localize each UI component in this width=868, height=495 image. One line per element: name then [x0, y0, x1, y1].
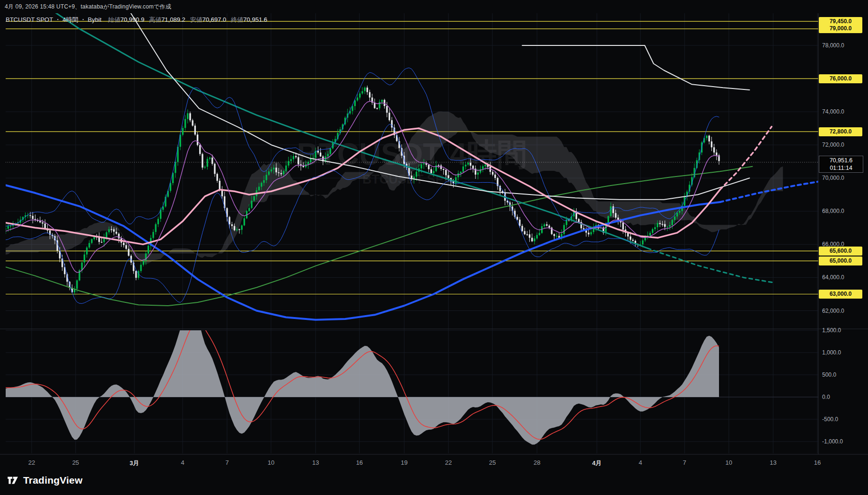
ohlc-high-value: 71,089.2 — [161, 16, 185, 23]
export-info-bar: 4月 09, 2026 15:48 UTC+9、takatabaがTrading… — [0, 0, 868, 12]
time-tick-label: 13 — [770, 459, 776, 466]
time-tick-label: 4月 — [592, 459, 602, 468]
time-tick-label: 3月 — [130, 459, 139, 468]
price-tick-label: 70,000.0 — [822, 175, 844, 181]
yellow-price-label: 65,600.0 — [819, 247, 862, 256]
time-tick-label: 10 — [726, 459, 732, 466]
time-tick-label: 22 — [28, 459, 35, 466]
ohlc-close-value: 70,951.6 — [243, 16, 267, 23]
time-tick-label: 19 — [401, 459, 407, 466]
time-tick-label: 25 — [72, 459, 79, 466]
ohlc-low-value: 70,697.0 — [202, 16, 227, 23]
bar-countdown: 01:11:14 — [819, 164, 863, 172]
indicator-tick-label: 1,000.0 — [822, 349, 841, 356]
ohlc-high-label: 高値 — [149, 16, 161, 24]
time-tick-label: 13 — [312, 459, 319, 466]
tradingview-logo-icon — [7, 474, 19, 486]
time-tick-label: 7 — [683, 459, 686, 466]
time-tick-label: 16 — [814, 459, 821, 466]
price-tick-label: 72,000.0 — [822, 141, 844, 148]
indicator-tick-label: 1,500.0 — [822, 327, 841, 334]
time-tick-label: 28 — [534, 459, 540, 466]
yellow-price-label: 72,800.0 — [819, 127, 862, 136]
price-tick-label: 74,000.0 — [822, 108, 844, 115]
yellow-price-label: 76,000.0 — [819, 74, 862, 83]
time-tick-label: 22 — [445, 459, 452, 466]
time-tick-label: 4 — [639, 459, 642, 466]
symbol-legend[interactable]: BTCUSDT SPOT ・ 4時間 ・ Bybit 始値 70,990.9 高… — [6, 16, 272, 24]
indicator-tick-label: -1,000.0 — [822, 438, 843, 445]
price-tick-label: 68,000.0 — [822, 208, 844, 214]
price-tick-label: 62,000.0 — [822, 308, 844, 314]
time-tick-label: 16 — [356, 459, 363, 466]
price-tick-label: 64,000.0 — [822, 274, 844, 281]
indicator-tick-label: 500.0 — [822, 371, 836, 378]
tradingview-logo[interactable]: TradingView — [7, 474, 83, 486]
price-axis[interactable]: 78,000.074,000.072,000.070,000.068,000.0… — [818, 13, 868, 454]
ohlc-open-value: 70,990.9 — [121, 16, 145, 23]
price-tick-label: 78,000.0 — [822, 42, 844, 49]
ohlc-close-label: 終値 — [231, 16, 243, 24]
legend-symbol-title[interactable]: BTCUSDT SPOT ・ 4時間 ・ Bybit — [6, 16, 102, 24]
yellow-price-label: 63,000.0 — [819, 290, 862, 299]
indicator-tick-label: -500.0 — [822, 416, 838, 423]
ohlc-low-label: 安値 — [190, 16, 202, 24]
yellow-price-label: 79,000.0 — [819, 24, 862, 33]
time-tick-label: 10 — [268, 459, 274, 466]
ohlc-open-label: 始値 — [108, 16, 121, 24]
time-axis[interactable]: 22253月47101316192225284月47101316 — [0, 454, 818, 474]
time-tick-label: 4 — [181, 459, 184, 466]
last-price-label: 70,951.6 01:11:14 — [819, 156, 863, 173]
indicator-tick-label: 0.0 — [822, 394, 830, 400]
last-price-value: 70,951.6 — [819, 157, 863, 164]
yellow-price-label: 65,000.0 — [819, 256, 862, 265]
chart-plot-area[interactable] — [0, 13, 818, 454]
time-tick-label: 25 — [489, 459, 496, 466]
time-tick-label: 7 — [225, 459, 228, 466]
tradingview-logo-text: TradingView — [23, 475, 83, 486]
export-info-text: 4月 09, 2026 15:48 UTC+9、takatabaがTrading… — [5, 3, 171, 11]
tradingview-export-screenshot: { "header": { "export_info": "4月 09, 202… — [0, 0, 868, 495]
